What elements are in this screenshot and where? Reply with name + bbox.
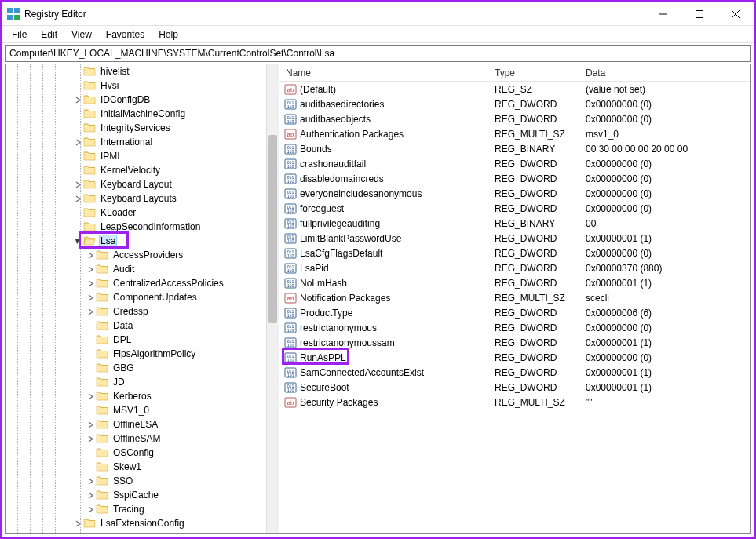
tree-label: hivelist: [99, 66, 131, 77]
tree-item-leapsecondinformation[interactable]: LeapSecondInformation: [6, 220, 279, 234]
value-row[interactable]: 011110LsaPidREG_DWORD0x00000370 (880): [279, 260, 750, 275]
menu-view[interactable]: View: [65, 27, 98, 42]
expand-icon[interactable]: [85, 475, 96, 486]
tree-item-keyboard-layouts[interactable]: Keyboard Layouts: [6, 191, 279, 206]
tree-scrollbar[interactable]: [266, 64, 279, 533]
menu-help[interactable]: Help: [152, 27, 184, 42]
col-data[interactable]: Data: [579, 67, 750, 78]
tree-item-lsaextensionconfig[interactable]: LsaExtensionConfig: [6, 516, 279, 530]
expand-icon[interactable]: [85, 264, 96, 275]
tree-item-jd[interactable]: JD: [6, 375, 279, 389]
tree-item-gbg[interactable]: GBG: [6, 361, 279, 375]
tree-item-hvsi[interactable]: Hvsi: [6, 78, 279, 93]
tree-item-dpl[interactable]: DPL: [6, 333, 279, 347]
tree-item-initialmachineconfig[interactable]: InitialMachineConfig: [6, 107, 279, 121]
tree-item-msv1_0[interactable]: MSV1_0: [6, 403, 279, 417]
value-row[interactable]: abSecurity PackagesREG_MULTI_SZ"": [279, 395, 750, 410]
address-bar[interactable]: Computer\HKEY_LOCAL_MACHINE\SYSTEM\Curre…: [5, 45, 751, 62]
svg-text:110: 110: [287, 119, 294, 124]
tree-item-lsa[interactable]: Lsa: [6, 234, 279, 248]
value-row[interactable]: 011110LimitBlankPasswordUseREG_DWORD0x00…: [279, 231, 750, 246]
value-data: 0x00000000 (0): [579, 322, 750, 333]
value-name: Authentication Packages: [300, 129, 404, 140]
expand-icon[interactable]: [85, 490, 96, 501]
scrollbar-thumb[interactable]: [268, 135, 277, 323]
titlebar[interactable]: Registry Editor: [2, 2, 754, 26]
value-row[interactable]: 011110fullprivilegeauditingREG_BINARY00: [279, 216, 750, 231]
expand-icon[interactable]: [85, 249, 96, 260]
tree-item-ipmi[interactable]: IPMI: [6, 149, 279, 163]
value-row[interactable]: 011110auditbaseobjectsREG_DWORD0x0000000…: [279, 111, 750, 126]
expand-icon[interactable]: [85, 504, 96, 515]
value-row[interactable]: 011110everyoneincludesanonymousREG_DWORD…: [279, 186, 750, 201]
value-row[interactable]: 011110SecureBootREG_DWORD0x00000001 (1): [279, 380, 750, 395]
value-row[interactable]: 011110restrictanonymousREG_DWORD0x000000…: [279, 320, 750, 335]
collapse-icon[interactable]: [72, 235, 83, 246]
expand-icon[interactable]: [85, 391, 96, 402]
value-row[interactable]: 011110restrictanonymoussamREG_DWORD0x000…: [279, 335, 750, 350]
expander-empty: [72, 165, 83, 176]
menu-edit[interactable]: Edit: [35, 27, 64, 42]
menu-favorites[interactable]: Favorites: [100, 27, 151, 42]
tree-item-idconfigdb[interactable]: IDConfigDB: [6, 93, 279, 107]
tree-item-offlinesam[interactable]: OfflineSAM: [6, 432, 279, 446]
close-button[interactable]: [718, 2, 754, 26]
values-pane[interactable]: Name Type Data ab(Default)REG_SZ(value n…: [279, 64, 750, 533]
expand-icon[interactable]: [85, 292, 96, 303]
expand-icon[interactable]: [85, 433, 96, 444]
tree-item-credssp[interactable]: Credssp: [6, 304, 279, 319]
value-row[interactable]: 011110RunAsPPLREG_DWORD0x00000000 (0): [279, 350, 750, 365]
value-row[interactable]: 011110SamConnectedAccountsExistREG_DWORD…: [279, 365, 750, 380]
tree-item-tracing[interactable]: Tracing: [6, 502, 279, 516]
tree-item-data[interactable]: Data: [6, 319, 279, 333]
tree-item-kernelvelocity[interactable]: KernelVelocity: [6, 163, 279, 177]
value-row[interactable]: 011110ProductTypeREG_DWORD0x00000006 (6): [279, 305, 750, 320]
maximize-button[interactable]: [681, 2, 718, 26]
value-row[interactable]: 011110disabledomaincredsREG_DWORD0x00000…: [279, 171, 750, 186]
menu-file[interactable]: File: [5, 27, 33, 42]
tree-item-kloader[interactable]: KLoader: [6, 206, 279, 220]
tree-item-centralizedaccesspolicies[interactable]: CentralizedAccessPolicies: [6, 276, 279, 290]
expand-icon[interactable]: [72, 193, 83, 204]
expand-icon[interactable]: [85, 419, 96, 430]
value-row[interactable]: 011110NoLmHashREG_DWORD0x00000001 (1): [279, 275, 750, 290]
expand-icon[interactable]: [72, 137, 83, 147]
col-name[interactable]: Name: [279, 67, 488, 78]
tree-item-international[interactable]: International: [6, 135, 279, 149]
expand-icon[interactable]: [72, 518, 83, 529]
value-name: LsaPid: [300, 263, 329, 274]
col-type[interactable]: Type: [488, 67, 579, 78]
expand-icon[interactable]: [72, 179, 83, 190]
tree-item-offlinelsa[interactable]: OfflineLSA: [6, 417, 279, 432]
tree-pane[interactable]: hivelistHvsiIDConfigDBInitialMachineConf…: [6, 64, 279, 533]
value-row[interactable]: 011110auditbasedirectoriesREG_DWORD0x000…: [279, 97, 750, 111]
value-row[interactable]: ab(Default)REG_SZ(value not set): [279, 82, 750, 97]
tree-item-integrityservices[interactable]: IntegrityServices: [6, 121, 279, 135]
value-row[interactable]: abNotification PackagesREG_MULTI_SZscecl…: [279, 290, 750, 305]
expand-icon[interactable]: [72, 94, 83, 105]
tree-item-accessproviders[interactable]: AccessProviders: [6, 248, 279, 262]
tree-item-skew1[interactable]: Skew1: [6, 460, 279, 474]
minimize-button[interactable]: [645, 2, 681, 26]
value-row[interactable]: 011110BoundsREG_BINARY00 30 00 00 00 20 …: [279, 141, 750, 156]
tree-item-sspicache[interactable]: SspiCache: [6, 488, 279, 502]
tree-item-sso[interactable]: SSO: [6, 474, 279, 488]
tree-label: IntegrityServices: [99, 122, 172, 133]
address-text: Computer\HKEY_LOCAL_MACHINE\SYSTEM\Curre…: [9, 48, 334, 59]
value-row[interactable]: 011110LsaCfgFlagsDefaultREG_DWORD0x00000…: [279, 246, 750, 260]
tree-item-osconfig[interactable]: OSConfig: [6, 446, 279, 460]
expand-icon[interactable]: [85, 306, 96, 317]
value-row[interactable]: 011110crashonauditfailREG_DWORD0x0000000…: [279, 156, 750, 171]
tree-item-kerberos[interactable]: Kerberos: [6, 389, 279, 403]
value-name: fullprivilegeauditing: [300, 218, 380, 229]
tree-item-keyboard-layout[interactable]: Keyboard Layout: [6, 177, 279, 191]
tree-item-hivelist[interactable]: hivelist: [6, 64, 279, 78]
tree-item-audit[interactable]: Audit: [6, 262, 279, 276]
value-row[interactable]: 011110forceguestREG_DWORD0x00000000 (0): [279, 201, 750, 216]
expander-empty: [85, 377, 96, 388]
expand-icon[interactable]: [85, 278, 96, 289]
value-row[interactable]: abAuthentication PackagesREG_MULTI_SZmsv…: [279, 126, 750, 141]
folder-icon: [83, 107, 96, 120]
tree-item-fipsalgorithmpolicy[interactable]: FipsAlgorithmPolicy: [6, 347, 279, 361]
tree-item-componentupdates[interactable]: ComponentUpdates: [6, 290, 279, 304]
